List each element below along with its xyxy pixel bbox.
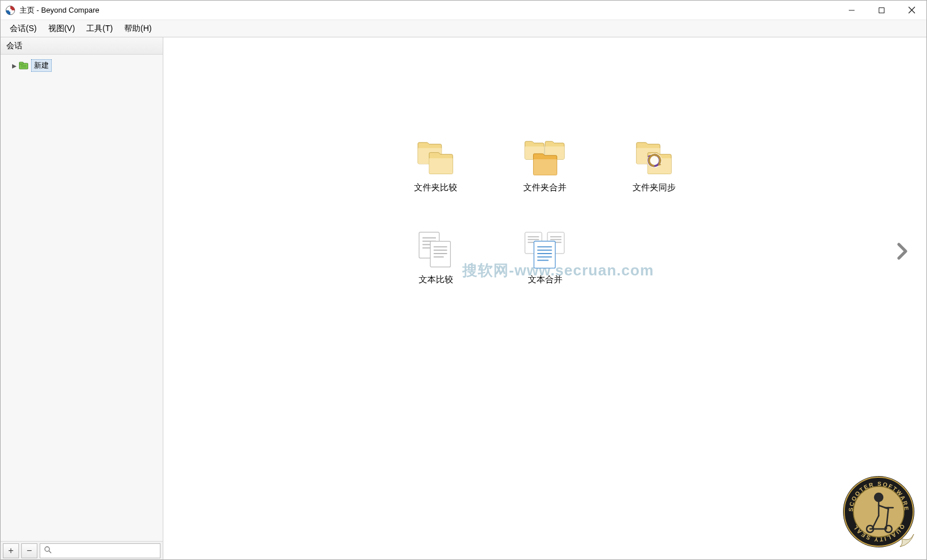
svg-point-1: [9, 9, 12, 11]
app-icon: [5, 5, 16, 16]
minimize-button[interactable]: [837, 1, 867, 20]
window-title: 主页 - Beyond Compare: [20, 5, 99, 16]
add-session-button[interactable]: +: [3, 543, 19, 558]
close-button[interactable]: [897, 1, 926, 20]
action-label: 文本合并: [528, 274, 562, 285]
text-merge-icon: [523, 231, 568, 271]
svg-point-10: [45, 547, 49, 551]
action-text-compare[interactable]: 文本比较: [393, 231, 479, 285]
menubar: 会话(S) 视图(V) 工具(T) 帮助(H): [1, 20, 926, 37]
action-label: 文件夹比较: [414, 182, 457, 193]
folder-merge-icon: [523, 139, 568, 179]
main-panel: 搜软网-www.secruan.com: [163, 37, 926, 559]
window-controls: [837, 1, 926, 20]
sidebar-header: 会话: [1, 37, 163, 55]
tree-item-label: 新建: [31, 59, 52, 72]
scooter-software-seal: SCOOTER SOFTWARE QUALITY SEAL: [841, 474, 916, 549]
folder-sync-icon: [632, 139, 677, 179]
folder-icon: [19, 62, 28, 70]
sidebar-footer: + −: [1, 541, 163, 559]
action-label: 文件夹同步: [633, 182, 676, 193]
sidebar-search[interactable]: [40, 543, 160, 558]
svg-point-48: [875, 493, 883, 501]
action-grid: 文件夹比较: [381, 139, 709, 323]
svg-rect-3: [879, 7, 884, 13]
sidebar-search-input[interactable]: [52, 546, 156, 555]
action-folder-merge[interactable]: 文件夹合并: [502, 139, 588, 193]
search-icon: [44, 546, 52, 555]
tree-item-new[interactable]: ▶ 新建: [1, 58, 163, 73]
sidebar: 会话 ▶ 新建 + −: [1, 37, 163, 559]
action-folder-compare[interactable]: 文件夹比较: [393, 139, 479, 193]
menu-view[interactable]: 视图(V): [43, 21, 81, 36]
text-compare-icon: [413, 231, 458, 271]
action-text-merge[interactable]: 文本合并: [502, 231, 588, 285]
menu-tools[interactable]: 工具(T): [81, 21, 118, 36]
next-page-button[interactable]: [892, 239, 913, 267]
menu-session[interactable]: 会话(S): [4, 21, 43, 36]
action-label: 文件夹合并: [523, 182, 566, 193]
menu-help[interactable]: 帮助(H): [118, 21, 157, 36]
svg-line-11: [49, 551, 51, 553]
folder-compare-icon: [413, 139, 458, 179]
svg-rect-7: [20, 62, 24, 64]
session-tree: ▶ 新建: [1, 55, 163, 541]
titlebar: 主页 - Beyond Compare: [1, 1, 926, 20]
maximize-button[interactable]: [867, 1, 897, 20]
action-folder-sync[interactable]: 文件夹同步: [611, 139, 698, 193]
action-label: 文本比较: [419, 274, 453, 285]
svg-rect-31: [534, 241, 555, 268]
remove-session-button[interactable]: −: [21, 543, 37, 558]
chevron-right-icon: ▶: [11, 63, 18, 69]
